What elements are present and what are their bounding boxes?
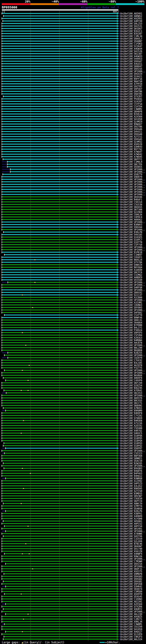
hit-label[interactable]: UniRef100_Q41058 xyxy=(120,118,142,120)
hit-bar[interactable] xyxy=(2,598,117,600)
hit-label[interactable]: UniRef100_C1ML34 xyxy=(120,35,142,38)
hit-label[interactable]: UniRef100_C9KZF3 xyxy=(120,636,142,638)
hit-bar[interactable] xyxy=(2,382,117,383)
hit-bar[interactable] xyxy=(2,194,117,195)
hit-label[interactable]: UniRef100_A4GW34 xyxy=(120,48,142,50)
hit-bar[interactable] xyxy=(2,556,117,557)
hit-bar[interactable] xyxy=(2,33,117,34)
hit-label[interactable]: UniRef100_A1DED0 xyxy=(120,269,142,271)
hit-bar[interactable] xyxy=(2,470,117,471)
hit-bar[interactable] xyxy=(2,186,117,187)
hit-bar[interactable] xyxy=(2,533,117,534)
hit-bar[interactable] xyxy=(2,347,117,348)
hit-label[interactable]: UniRef100_Q6PYY1 xyxy=(120,158,142,160)
hit-label[interactable]: UniRef100_B4QDY6 xyxy=(120,470,142,472)
hit-bar[interactable] xyxy=(2,126,117,127)
hit-bar[interactable] xyxy=(3,378,117,378)
hit-label[interactable]: UniRef100_C5P7S0 xyxy=(120,244,142,246)
hit-bar[interactable] xyxy=(2,506,117,506)
hit-label[interactable]: UniRef100_Q01D67 xyxy=(120,28,142,30)
hit-bar[interactable] xyxy=(2,182,117,182)
hit-label[interactable]: UniRef100_A2R3G3 xyxy=(120,337,142,339)
hit-bar[interactable] xyxy=(2,541,117,542)
hit-label[interactable]: UniRef100_Q16SE5 xyxy=(120,236,142,238)
hit-label[interactable]: UniRef100_C5YFS4 xyxy=(120,103,142,105)
hit-bar[interactable] xyxy=(2,51,117,52)
hit-label[interactable]: UniRef100_Q757Q6 xyxy=(120,261,142,264)
hit-label[interactable]: UniRef100_Q7XZK7 xyxy=(120,96,142,98)
hit-label[interactable]: UniRef100_A8XST6 xyxy=(120,397,142,399)
hit-label[interactable]: UniRef100_B3VDJ4 xyxy=(120,113,142,115)
hit-label[interactable]: UniRef100_A9ZPD1 xyxy=(120,18,142,20)
hit-bar[interactable] xyxy=(2,438,117,438)
hit-label[interactable]: UniRef100_A5E5T5 xyxy=(120,570,142,573)
hit-bar[interactable] xyxy=(2,606,117,607)
hit-bar[interactable] xyxy=(2,43,117,44)
hit-bar[interactable] xyxy=(8,357,117,358)
hit-bar[interactable] xyxy=(2,98,117,100)
hit-label[interactable]: UniRef100_Q948N7 xyxy=(120,40,142,42)
hit-label[interactable]: UniRef100_B4KUD8 xyxy=(120,420,142,422)
hit-bar[interactable] xyxy=(2,146,117,147)
hit-bar[interactable] xyxy=(2,340,117,340)
hit-label[interactable]: UniRef100_A4RTX0 xyxy=(120,20,142,22)
hit-label[interactable]: UniRef100_Q41740 xyxy=(120,548,142,550)
hit-label[interactable]: UniRef100_UPI000.. xyxy=(120,611,145,613)
hit-label[interactable]: UniRef100_A9SBZ5 xyxy=(120,616,142,618)
hit-bar[interactable] xyxy=(2,204,117,205)
hit-bar[interactable] xyxy=(2,584,117,584)
hit-label[interactable]: UniRef100_B8P368 xyxy=(120,455,142,457)
hit-bar[interactable] xyxy=(2,134,117,134)
hit-bar[interactable] xyxy=(3,639,117,640)
hit-bar[interactable] xyxy=(2,48,117,49)
hit-label[interactable]: UniRef100_Q9M6P8 xyxy=(120,573,142,575)
hit-label[interactable]: UniRef100_UPI000.. xyxy=(120,168,145,171)
hit-label[interactable]: UniRef100_Q6PYZ4 xyxy=(120,500,142,502)
hit-label[interactable]: UniRef100_O81387 xyxy=(120,53,142,55)
hit-label[interactable]: UniRef100_Q01401 xyxy=(120,528,142,530)
hit-label[interactable]: UniRef100_UPI000.. xyxy=(120,282,145,284)
hit-label[interactable]: UniRef100_C0SHY1 xyxy=(120,256,142,258)
hit-label[interactable]: UniRef100_A7WQ42 xyxy=(120,153,142,156)
hit-label[interactable]: UniRef100_B9WJ26 xyxy=(120,555,142,558)
hit-bar[interactable] xyxy=(2,538,117,539)
hit-bar[interactable] xyxy=(2,199,117,200)
hit-label[interactable]: UniRef100_B2W2Q5 xyxy=(120,462,142,465)
hit-bar[interactable] xyxy=(2,460,117,461)
hit-bar[interactable] xyxy=(2,56,117,57)
hit-bar[interactable] xyxy=(2,591,117,592)
hit-bar[interactable] xyxy=(2,206,117,208)
hit-label[interactable]: UniRef100_Q42531 xyxy=(120,25,142,28)
hit-label[interactable]: UniRef100_A3BFK1 xyxy=(120,513,142,515)
hit-bar[interactable] xyxy=(2,423,117,424)
hit-label[interactable]: UniRef100_B6VBU6 xyxy=(120,374,142,377)
hit-label[interactable]: UniRef100_Q9ATB6 xyxy=(120,90,142,93)
hit-bar[interactable] xyxy=(6,448,117,449)
hit-label[interactable]: UniRef100_B9FF16 xyxy=(120,78,142,80)
hit-bar[interactable] xyxy=(2,71,117,72)
hit-label[interactable]: UniRef100_UPI000.. xyxy=(120,354,145,356)
hit-bar[interactable] xyxy=(2,18,117,19)
hit-bar[interactable] xyxy=(7,166,117,167)
hit-label[interactable]: UniRef100_C4JMQ2 xyxy=(120,274,142,276)
hit-bar[interactable] xyxy=(7,161,117,162)
hit-bar[interactable] xyxy=(2,73,117,74)
hit-label[interactable]: UniRef100_Q1DTT8 xyxy=(120,241,142,244)
hit-label[interactable]: UniRef100_A7NVU1 xyxy=(120,407,142,410)
hit-label[interactable]: UniRef100_B1PK18 xyxy=(120,251,142,254)
hit-label[interactable]: UniRef100_Q5EB55 xyxy=(120,166,142,168)
hit-bar[interactable] xyxy=(8,282,117,283)
hit-bar[interactable] xyxy=(2,274,117,275)
hit-bar[interactable] xyxy=(2,272,117,273)
hit-label[interactable]: UniRef100_A9QSI7 xyxy=(120,631,142,633)
hit-bar[interactable] xyxy=(6,531,117,532)
hit-bar[interactable] xyxy=(4,443,117,444)
hit-label[interactable]: UniRef100_A0PIS4 xyxy=(120,525,142,528)
hit-bar[interactable] xyxy=(2,61,117,62)
hit-bar[interactable] xyxy=(2,269,117,270)
hit-bar[interactable] xyxy=(2,365,117,366)
hit-bar[interactable] xyxy=(2,46,117,46)
hit-label[interactable]: UniRef100_Q9P5P3 xyxy=(120,332,142,334)
hit-label[interactable]: UniRef100_B9H5H5 xyxy=(120,488,142,490)
hit-label[interactable]: UniRef100_A3IOM1 xyxy=(120,302,142,304)
